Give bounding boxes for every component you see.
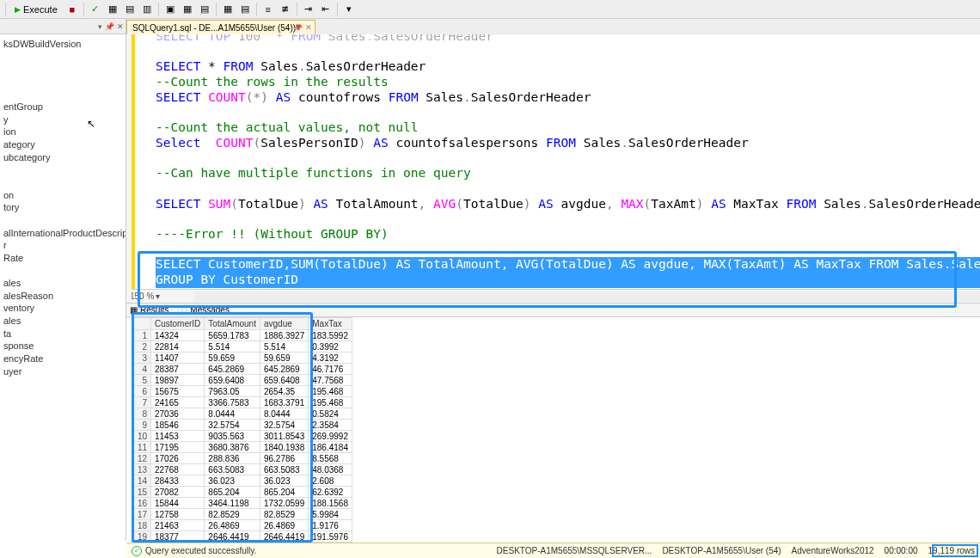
- tree-item[interactable]: [2, 51, 124, 64]
- tree-item[interactable]: on: [2, 189, 124, 202]
- status-message: Query executed successfully.: [145, 546, 256, 555]
- play-icon: ▶: [15, 5, 21, 14]
- toolbar-btn[interactable]: ▥: [139, 2, 155, 17]
- table-row[interactable]: 8270368.04448.04440.5824: [132, 408, 352, 420]
- table-row[interactable]: 31140759.65959.6594.3192: [132, 353, 352, 364]
- close-icon[interactable]: ✕: [117, 22, 124, 31]
- tree-item[interactable]: ksDWBuildVersion: [2, 38, 124, 51]
- toolbar-separator: [216, 3, 217, 16]
- parse-button[interactable]: ✓: [88, 2, 103, 17]
- debug-button[interactable]: ■: [64, 2, 80, 17]
- toolbar-btn[interactable]: ▦: [105, 2, 120, 17]
- success-icon: ✓: [132, 546, 142, 556]
- table-row[interactable]: 142843336.02336.0232.608: [132, 475, 352, 487]
- zoom-dropdown-icon[interactable]: ▾: [156, 291, 160, 301]
- tree-item[interactable]: [2, 163, 124, 176]
- table-row[interactable]: 171275882.852982.85295.9984: [132, 509, 352, 520]
- editor-wrap: SELECT TOP 100 * FROM Sales.SalesOrderHe…: [126, 34, 980, 304]
- status-right: DESKTOP-A1M5655\MSSQLSERVER... DESKTOP-A…: [497, 546, 980, 555]
- tree-item[interactable]: y: [2, 113, 124, 126]
- tree-item[interactable]: [2, 176, 124, 189]
- tree-view[interactable]: ksDWBuildVersion entGroupyionategoryubca…: [0, 34, 126, 381]
- main-area: SQLQuery1.sql - DE...A1M5655\User (54))*…: [126, 19, 980, 558]
- horizontal-scrollbar[interactable]: [194, 291, 980, 302]
- tree-item[interactable]: alesReason: [2, 290, 124, 303]
- column-header[interactable]: avgdue: [260, 318, 308, 330]
- toolbar-btn[interactable]: ▦: [220, 2, 236, 17]
- table-row[interactable]: 1143245659.17831886.3927183.5992: [132, 330, 352, 341]
- toolbar-btn[interactable]: ▤: [122, 2, 138, 17]
- tree-item[interactable]: ubcategory: [2, 151, 124, 164]
- tree-item[interactable]: ategory: [2, 138, 124, 151]
- toolbar-btn[interactable]: ▾: [341, 2, 357, 17]
- toolbar-separator: [256, 3, 257, 16]
- toolbar-btn[interactable]: ▦: [180, 2, 195, 17]
- tree-item[interactable]: [2, 76, 124, 89]
- tree-item[interactable]: r: [2, 239, 124, 252]
- column-header[interactable]: MaxTax: [309, 318, 352, 330]
- toolbar-btn[interactable]: ▤: [237, 2, 253, 17]
- column-header[interactable]: TotalAmount: [205, 318, 260, 330]
- pin-icon[interactable]: 📌: [294, 24, 303, 32]
- results-grid[interactable]: CustomerIDTotalAmountavgdueMaxTax1143245…: [132, 317, 352, 543]
- pin-icon[interactable]: 📌: [105, 22, 114, 31]
- outdent-button[interactable]: ⇤: [318, 2, 334, 17]
- document-tabs: SQLQuery1.sql - DE...A1M5655\User (54))*…: [126, 19, 980, 34]
- toolbar-separator: [297, 3, 297, 16]
- toolbar-separator: [5, 3, 6, 16]
- tree-item[interactable]: [2, 214, 124, 227]
- sql-editor[interactable]: SELECT TOP 100 * FROM Sales.SalesOrderHe…: [132, 34, 980, 289]
- table-row[interactable]: 2228145.5145.5140.3992: [132, 341, 352, 353]
- table-row[interactable]: 1527082865.204865.20462.6392: [132, 487, 352, 498]
- tree-item[interactable]: [2, 89, 124, 101]
- table-row[interactable]: 19183772646.44192646.4419191.5976: [132, 531, 352, 543]
- toolbar-btn[interactable]: ▣: [162, 2, 178, 17]
- tree-item[interactable]: tory: [2, 201, 124, 214]
- indent-button[interactable]: ⇥: [301, 2, 316, 17]
- tree-item[interactable]: [2, 63, 124, 76]
- tab-results[interactable]: ▦ Results: [130, 305, 168, 315]
- zoom-level[interactable]: 150 %: [130, 291, 154, 301]
- execute-button[interactable]: ▶ Execute: [9, 2, 63, 17]
- table-row[interactable]: 91854632.575432.57542.3584: [132, 420, 352, 431]
- tree-item[interactable]: ales: [2, 277, 124, 290]
- tree-item[interactable]: ion: [2, 126, 124, 138]
- close-icon[interactable]: ✕: [305, 23, 312, 32]
- status-rows: 19,119 rows: [928, 546, 975, 555]
- tree-item[interactable]: uyer: [2, 365, 124, 378]
- tree-item[interactable]: entGroup: [2, 101, 124, 113]
- table-row[interactable]: 519897659.6408659.640847.7568: [132, 375, 352, 386]
- tree-item[interactable]: encyRate: [2, 353, 124, 365]
- table-row[interactable]: 1322768663.5083663.508348.0368: [132, 464, 352, 475]
- table-row[interactable]: 16158443464.11981732.0599188.1568: [132, 498, 352, 509]
- uncomment-button[interactable]: ≢: [278, 2, 293, 17]
- table-row[interactable]: 7241653366.75831683.3791195.468: [132, 397, 352, 408]
- tree-item[interactable]: sponse: [2, 340, 124, 353]
- messages-icon: 📄: [177, 305, 187, 315]
- table-row[interactable]: 182146326.486926.48691.9176: [132, 520, 352, 531]
- table-row[interactable]: 428387645.2869645.286946.7176: [132, 364, 352, 375]
- table-row[interactable]: 1217026288.83696.27868.5568: [132, 453, 352, 464]
- tab-sqlquery1[interactable]: SQLQuery1.sql - DE...A1M5655\User (54))*…: [126, 20, 315, 34]
- comment-button[interactable]: ≡: [260, 2, 276, 17]
- tree-item[interactable]: ta: [2, 328, 124, 340]
- table-row[interactable]: 11171953680.38761840.1938186.4184: [132, 442, 352, 453]
- execute-label: Execute: [23, 4, 58, 15]
- status-db: AdventureWorks2012: [792, 546, 874, 555]
- tree-item[interactable]: [2, 265, 124, 278]
- column-header[interactable]: CustomerID: [151, 318, 205, 330]
- tree-item[interactable]: alInternationalProductDescription: [2, 227, 124, 240]
- tree-item[interactable]: ventory: [2, 302, 124, 315]
- status-server: DESKTOP-A1M5655\MSSQLSERVER...: [497, 546, 652, 555]
- table-row[interactable]: 6156757963.052654.35195.468: [132, 386, 352, 397]
- table-row[interactable]: 10114539035.5633011.8543269.9992: [132, 431, 352, 442]
- toolbar-btn[interactable]: ▤: [197, 2, 212, 17]
- tab-messages[interactable]: 📄 Messages: [177, 305, 230, 315]
- tree-item[interactable]: ales: [2, 315, 124, 328]
- object-explorer: ▾ 📌 ✕ ksDWBuildVersion entGroupyionatego…: [0, 19, 126, 541]
- autohide-icon[interactable]: ▾: [98, 22, 102, 31]
- column-header[interactable]: [132, 318, 151, 330]
- tree-item[interactable]: Rate: [2, 252, 124, 265]
- toolbar: ▶ Execute ■ ✓ ▦ ▤ ▥ ▣ ▦ ▤ ▦ ▤ ≡ ≢ ⇥ ⇤ ▾: [0, 0, 980, 19]
- results-grid-wrap[interactable]: CustomerIDTotalAmountavgdueMaxTax1143245…: [126, 317, 980, 558]
